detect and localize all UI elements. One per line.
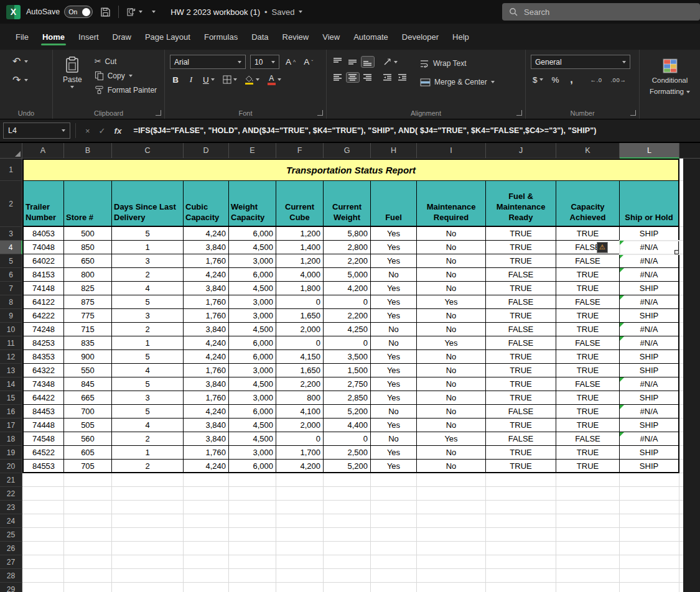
grow-font-button[interactable]: A^ bbox=[284, 57, 297, 67]
cell-I11[interactable]: Yes bbox=[417, 336, 486, 350]
cell-D22[interactable] bbox=[184, 487, 229, 501]
row-header-2[interactable]: 2 bbox=[0, 181, 22, 227]
percent-style-button[interactable]: % bbox=[550, 75, 561, 85]
align-left-button[interactable] bbox=[332, 73, 344, 82]
cell-G14[interactable]: 2,750 bbox=[324, 377, 371, 391]
menu-tab-automate[interactable]: Automate bbox=[347, 25, 395, 49]
select-all-corner[interactable] bbox=[0, 143, 22, 159]
cell-D11[interactable]: 4,240 bbox=[184, 336, 229, 350]
cell-E5[interactable]: 3,000 bbox=[229, 254, 276, 268]
cell-L22[interactable] bbox=[620, 487, 679, 501]
row-header-24[interactable]: 24 bbox=[0, 514, 22, 528]
cell-C15[interactable]: 3 bbox=[112, 391, 184, 405]
cell-L18[interactable]: #N/A bbox=[620, 432, 679, 446]
cell-C11[interactable]: 1 bbox=[112, 336, 184, 350]
cell-G16[interactable]: 5,200 bbox=[324, 405, 371, 419]
row-header-16[interactable]: 16 bbox=[0, 405, 22, 419]
row-header-6[interactable]: 6 bbox=[0, 268, 22, 282]
row-header-9[interactable]: 9 bbox=[0, 309, 22, 323]
cell-K13[interactable]: TRUE bbox=[556, 364, 620, 377]
cell-H24[interactable] bbox=[371, 514, 417, 528]
cell-H22[interactable] bbox=[371, 487, 417, 501]
name-box[interactable]: L4 bbox=[3, 123, 70, 139]
cell-E23[interactable] bbox=[229, 501, 276, 514]
row-header-7[interactable]: 7 bbox=[0, 282, 22, 295]
header-cell-G2[interactable]: Current Weight bbox=[324, 181, 371, 227]
cell-F26[interactable] bbox=[276, 542, 324, 555]
cell-J22[interactable] bbox=[486, 487, 556, 501]
cell-A23[interactable] bbox=[22, 501, 64, 514]
header-cell-I2[interactable]: Maintenance Required bbox=[417, 181, 486, 227]
cell-E28[interactable] bbox=[229, 569, 276, 583]
cancel-button[interactable]: × bbox=[81, 126, 95, 136]
cell-G11[interactable]: 0 bbox=[324, 336, 371, 350]
row-header-4[interactable]: 4 bbox=[0, 241, 22, 254]
cell-A27[interactable] bbox=[22, 555, 64, 569]
cell-J3[interactable]: TRUE bbox=[486, 227, 556, 241]
cell-I17[interactable]: No bbox=[417, 419, 486, 432]
cell-I25[interactable] bbox=[417, 528, 486, 542]
cell-L26[interactable] bbox=[620, 542, 679, 555]
row-header-11[interactable]: 11 bbox=[0, 336, 22, 350]
cell-E20[interactable]: 6,000 bbox=[229, 460, 276, 473]
cell-H11[interactable]: No bbox=[371, 336, 417, 350]
align-bottom-button[interactable] bbox=[362, 57, 374, 67]
cell-A28[interactable] bbox=[22, 569, 64, 583]
cell-D4[interactable]: 3,840 bbox=[184, 241, 229, 254]
cell-H5[interactable]: Yes bbox=[371, 254, 417, 268]
cell-I3[interactable]: No bbox=[417, 227, 486, 241]
cell-J26[interactable] bbox=[486, 542, 556, 555]
cell-C26[interactable] bbox=[112, 542, 184, 555]
cell-H13[interactable]: Yes bbox=[371, 364, 417, 377]
cell-I21[interactable] bbox=[417, 473, 486, 487]
cell-D6[interactable]: 4,240 bbox=[184, 268, 229, 282]
row-header-20[interactable]: 20 bbox=[0, 460, 22, 473]
cell-F25[interactable] bbox=[276, 528, 324, 542]
dialog-launcher-icon[interactable] bbox=[317, 110, 323, 116]
cell-L23[interactable] bbox=[620, 501, 679, 514]
cell-G29[interactable] bbox=[324, 583, 371, 592]
cell-L9[interactable]: SHIP bbox=[620, 309, 679, 323]
cell-L13[interactable]: SHIP bbox=[620, 364, 679, 377]
cell-G17[interactable]: 4,400 bbox=[324, 419, 371, 432]
column-header-G[interactable]: G bbox=[324, 143, 371, 159]
cell-D28[interactable] bbox=[184, 569, 229, 583]
cell-H27[interactable] bbox=[371, 555, 417, 569]
cell-C7[interactable]: 4 bbox=[112, 282, 184, 295]
header-cell-K2[interactable]: Capacity Achieved bbox=[556, 181, 620, 227]
row-header-13[interactable]: 13 bbox=[0, 364, 22, 377]
cell-L4[interactable]: #N/A bbox=[620, 241, 679, 254]
cell-H20[interactable]: Yes bbox=[371, 460, 417, 473]
column-header-F[interactable]: F bbox=[276, 143, 324, 159]
cell-D17[interactable]: 3,840 bbox=[184, 419, 229, 432]
cell-L11[interactable]: #N/A bbox=[620, 336, 679, 350]
cell-I19[interactable]: No bbox=[417, 446, 486, 460]
align-middle-button[interactable] bbox=[347, 57, 359, 67]
cell-A19[interactable]: 64522 bbox=[22, 446, 64, 460]
cell-G9[interactable]: 2,200 bbox=[324, 309, 371, 323]
cell-D20[interactable]: 4,240 bbox=[184, 460, 229, 473]
cell-F19[interactable]: 1,700 bbox=[276, 446, 324, 460]
cell-E14[interactable]: 4,500 bbox=[229, 377, 276, 391]
search-box[interactable] bbox=[502, 3, 700, 21]
cell-K27[interactable] bbox=[556, 555, 620, 569]
copy-button[interactable]: Copy bbox=[92, 69, 159, 82]
cell-B14[interactable]: 845 bbox=[64, 377, 112, 391]
cell-B9[interactable]: 775 bbox=[64, 309, 112, 323]
cell-E13[interactable]: 3,000 bbox=[229, 364, 276, 377]
cell-I29[interactable] bbox=[417, 583, 486, 592]
document-title-area[interactable]: HW 2 2023 workbook (1) • Saved bbox=[170, 7, 302, 17]
cell-J24[interactable] bbox=[486, 514, 556, 528]
enter-button[interactable]: ✓ bbox=[95, 126, 110, 136]
cell-F5[interactable]: 1,200 bbox=[276, 254, 324, 268]
cell-F29[interactable] bbox=[276, 583, 324, 592]
cell-D23[interactable] bbox=[184, 501, 229, 514]
cell-D13[interactable]: 1,760 bbox=[184, 364, 229, 377]
wrap-text-button[interactable]: Wrap Text bbox=[418, 57, 497, 70]
cell-I24[interactable] bbox=[417, 514, 486, 528]
cell-K18[interactable]: FALSE bbox=[556, 432, 620, 446]
cell-H25[interactable] bbox=[371, 528, 417, 542]
cell-E26[interactable] bbox=[229, 542, 276, 555]
cell-B13[interactable]: 550 bbox=[64, 364, 112, 377]
cell-J28[interactable] bbox=[486, 569, 556, 583]
